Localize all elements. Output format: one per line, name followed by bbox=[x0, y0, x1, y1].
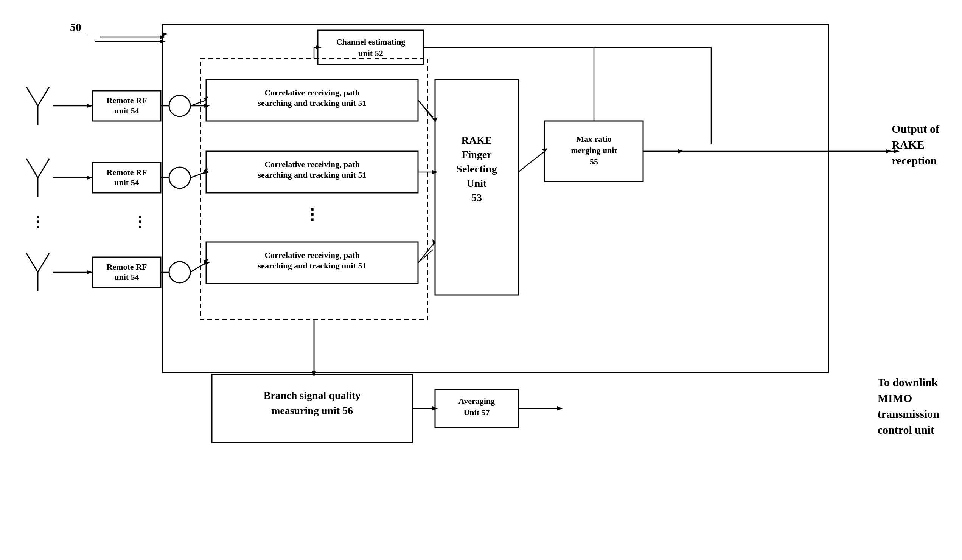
svg-line-10 bbox=[38, 159, 49, 178]
svg-marker-107 bbox=[894, 150, 899, 153]
svg-marker-19 bbox=[87, 270, 93, 274]
svg-text:Remote RF: Remote RF bbox=[107, 167, 147, 177]
svg-text:Correlative receiving, path: Correlative receiving, path bbox=[265, 88, 360, 97]
svg-marker-2 bbox=[163, 32, 168, 36]
svg-text:⋮: ⋮ bbox=[305, 206, 320, 223]
svg-line-80 bbox=[418, 249, 433, 263]
svg-text:unit 52: unit 52 bbox=[358, 48, 383, 58]
svg-text:Remote RF: Remote RF bbox=[107, 96, 147, 105]
svg-text:Max ratio: Max ratio bbox=[576, 134, 611, 144]
svg-text:53: 53 bbox=[471, 192, 482, 203]
svg-marker-12 bbox=[87, 176, 93, 180]
svg-line-64 bbox=[190, 263, 206, 272]
svg-text:Channel estimating: Channel estimating bbox=[336, 37, 405, 47]
svg-line-17 bbox=[38, 253, 49, 272]
svg-text:Unit 57: Unit 57 bbox=[463, 408, 489, 417]
svg-line-85 bbox=[518, 151, 545, 172]
svg-text:RAKE: RAKE bbox=[462, 134, 492, 146]
svg-line-76 bbox=[418, 242, 435, 263]
svg-text:unit 54: unit 54 bbox=[114, 272, 139, 282]
svg-line-5 bbox=[38, 87, 49, 106]
svg-text:Unit: Unit bbox=[467, 177, 487, 189]
diagram-svg: ⋮ ⋮ Remote RF unit 54 Remote RF unit 54 … bbox=[0, 0, 962, 560]
svg-text:Correlative receiving, path: Correlative receiving, path bbox=[265, 159, 360, 169]
svg-marker-103 bbox=[557, 407, 563, 410]
svg-marker-61 bbox=[204, 104, 210, 108]
svg-text:merging unit: merging unit bbox=[571, 146, 617, 155]
svg-line-54 bbox=[190, 100, 206, 106]
svg-point-30 bbox=[169, 167, 190, 188]
svg-line-4 bbox=[26, 87, 38, 106]
svg-rect-35 bbox=[200, 59, 428, 320]
svg-marker-41 bbox=[316, 45, 321, 49]
svg-text:measuring unit 56: measuring unit 56 bbox=[271, 405, 353, 416]
svg-text:Selecting: Selecting bbox=[456, 163, 497, 175]
svg-text:unit 54: unit 54 bbox=[114, 178, 139, 187]
svg-text:Remote RF: Remote RF bbox=[107, 262, 147, 272]
svg-point-29 bbox=[169, 95, 190, 116]
svg-text:Finger: Finger bbox=[462, 149, 491, 160]
svg-line-62 bbox=[190, 172, 206, 178]
svg-marker-86 bbox=[542, 148, 547, 152]
diagram-container: 50 Output ofRAKEreception To downlinkMIM… bbox=[0, 0, 962, 560]
svg-rect-0 bbox=[163, 24, 828, 372]
svg-line-16 bbox=[26, 253, 38, 272]
svg-text:searching and tracking unit 51: searching and tracking unit 51 bbox=[258, 170, 366, 180]
svg-text:55: 55 bbox=[590, 157, 598, 166]
svg-line-9 bbox=[26, 159, 38, 178]
svg-text:⋮: ⋮ bbox=[132, 213, 147, 230]
svg-marker-7 bbox=[87, 104, 93, 108]
svg-point-31 bbox=[169, 262, 190, 283]
svg-text:unit 54: unit 54 bbox=[114, 106, 139, 115]
svg-text:searching and tracking unit 51: searching and tracking unit 51 bbox=[258, 98, 366, 108]
svg-line-78 bbox=[418, 100, 433, 117]
svg-text:Averaging: Averaging bbox=[458, 396, 495, 406]
svg-text:Branch signal quality: Branch signal quality bbox=[264, 389, 361, 401]
svg-text:Correlative receiving, path: Correlative receiving, path bbox=[265, 250, 360, 260]
svg-text:searching and tracking unit 51: searching and tracking unit 51 bbox=[258, 261, 366, 270]
svg-text:⋮: ⋮ bbox=[30, 213, 45, 230]
